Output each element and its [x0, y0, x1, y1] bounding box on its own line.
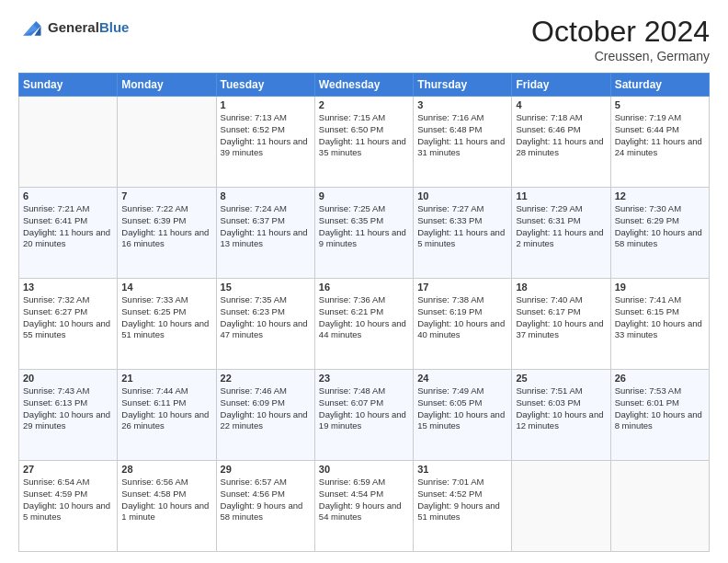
- sunset-time: 6:27 PM: [55, 306, 87, 316]
- daylight-label: Daylight: 11 hours and 39 minutes: [221, 136, 308, 158]
- sunset-time: 6:01 PM: [647, 397, 679, 408]
- sunrise-time: 7:40 AM: [551, 294, 583, 304]
- calendar-cell: 2 Sunrise: 7:15 AM Sunset: 6:50 PM Dayli…: [314, 97, 413, 188]
- day-number: 13: [23, 282, 113, 293]
- sunrise-time: 7:33 AM: [156, 294, 188, 304]
- day-number: 26: [615, 373, 705, 384]
- day-info: Sunrise: 7:29 AM Sunset: 6:31 PM Dayligh…: [516, 203, 606, 250]
- sunrise-label: Sunrise:: [121, 385, 156, 396]
- sunset-label: Sunset:: [319, 306, 351, 316]
- sunrise-time: 7:36 AM: [353, 294, 385, 304]
- sunset-label: Sunset:: [23, 215, 55, 225]
- calendar-cell: 6 Sunrise: 7:21 AM Sunset: 6:41 PM Dayli…: [19, 188, 118, 279]
- day-number: 29: [221, 464, 311, 475]
- calendar-cell: [512, 461, 610, 552]
- sunrise-time: 7:49 AM: [452, 385, 484, 396]
- daylight-label: Daylight: 11 hours and 20 minutes: [23, 227, 110, 249]
- sunrise-label: Sunrise:: [615, 294, 650, 304]
- day-number: 25: [516, 373, 606, 384]
- day-info: Sunrise: 7:15 AM Sunset: 6:50 PM Dayligh…: [319, 112, 409, 159]
- logo-text: GeneralBlue: [48, 20, 129, 36]
- calendar-cell: 18 Sunrise: 7:40 AM Sunset: 6:17 PM Dayl…: [512, 279, 610, 370]
- sunrise-time: 7:43 AM: [58, 385, 90, 396]
- sunset-time: 6:46 PM: [548, 124, 580, 134]
- daylight-label: Daylight: 10 hours and 1 minute: [121, 500, 209, 523]
- calendar-day-header: Saturday: [610, 74, 709, 97]
- sunrise-time: 7:27 AM: [452, 203, 484, 213]
- calendar-cell: 25 Sunrise: 7:51 AM Sunset: 6:03 PM Dayl…: [512, 370, 610, 461]
- calendar-day-header: Friday: [512, 74, 610, 97]
- day-info: Sunrise: 7:46 AM Sunset: 6:09 PM Dayligh…: [221, 385, 311, 432]
- sunrise-time: 7:30 AM: [649, 203, 681, 213]
- day-info: Sunrise: 7:18 AM Sunset: 6:46 PM Dayligh…: [516, 112, 606, 159]
- day-info: Sunrise: 7:13 AM Sunset: 6:52 PM Dayligh…: [221, 112, 311, 159]
- calendar-table: SundayMondayTuesdayWednesdayThursdayFrid…: [18, 73, 710, 552]
- day-number: 9: [319, 190, 409, 201]
- daylight-label: Daylight: 11 hours and 9 minutes: [319, 227, 406, 249]
- sunrise-time: 7:19 AM: [649, 112, 681, 122]
- day-info: Sunrise: 7:22 AM Sunset: 6:39 PM Dayligh…: [121, 203, 211, 250]
- calendar-cell: 19 Sunrise: 7:41 AM Sunset: 6:15 PM Dayl…: [610, 279, 709, 370]
- sunrise-time: 7:53 AM: [649, 385, 681, 396]
- day-number: 6: [23, 190, 113, 201]
- sunset-time: 6:31 PM: [548, 215, 580, 225]
- sunset-time: 6:11 PM: [154, 397, 186, 408]
- day-info: Sunrise: 7:36 AM Sunset: 6:21 PM Dayligh…: [319, 294, 409, 341]
- day-number: 17: [417, 282, 507, 293]
- daylight-label: Daylight: 10 hours and 12 minutes: [516, 409, 603, 431]
- sunset-label: Sunset:: [615, 124, 647, 134]
- sunrise-time: 6:54 AM: [58, 477, 90, 487]
- sunrise-time: 7:22 AM: [156, 203, 188, 213]
- sunrise-label: Sunrise:: [516, 112, 551, 122]
- day-number: 10: [417, 190, 507, 201]
- daylight-label: Daylight: 10 hours and 58 minutes: [615, 227, 702, 249]
- logo-general: General: [48, 19, 99, 35]
- sunrise-time: 7:18 AM: [551, 112, 583, 122]
- day-number: 14: [121, 282, 211, 293]
- sunset-label: Sunset:: [319, 215, 351, 225]
- sunrise-time: 7:46 AM: [255, 385, 287, 396]
- calendar-day-header: Tuesday: [216, 74, 314, 97]
- sunset-label: Sunset:: [516, 215, 548, 225]
- sunrise-label: Sunrise:: [417, 203, 452, 213]
- day-info: Sunrise: 7:01 AM Sunset: 4:52 PM Dayligh…: [417, 477, 507, 523]
- day-info: Sunrise: 7:41 AM Sunset: 6:15 PM Dayligh…: [615, 294, 705, 341]
- calendar-cell: 7 Sunrise: 7:22 AM Sunset: 6:39 PM Dayli…: [118, 188, 216, 279]
- day-number: 20: [23, 373, 113, 384]
- day-info: Sunrise: 7:21 AM Sunset: 6:41 PM Dayligh…: [23, 203, 113, 250]
- calendar-header-row: SundayMondayTuesdayWednesdayThursdayFrid…: [19, 74, 710, 97]
- sunrise-time: 7:41 AM: [649, 294, 681, 304]
- day-info: Sunrise: 7:43 AM Sunset: 6:13 PM Dayligh…: [23, 385, 113, 432]
- day-number: 23: [319, 373, 409, 384]
- daylight-label: Daylight: 10 hours and 19 minutes: [319, 409, 406, 431]
- day-number: 12: [615, 190, 705, 201]
- sunset-label: Sunset:: [319, 397, 351, 408]
- calendar-week-row: 20 Sunrise: 7:43 AM Sunset: 6:13 PM Dayl…: [19, 370, 710, 461]
- daylight-label: Daylight: 10 hours and 29 minutes: [23, 409, 110, 431]
- day-info: Sunrise: 6:56 AM Sunset: 4:58 PM Dayligh…: [121, 477, 211, 523]
- sunset-time: 6:15 PM: [647, 306, 679, 316]
- day-info: Sunrise: 6:57 AM Sunset: 4:56 PM Dayligh…: [221, 477, 311, 523]
- calendar-week-row: 27 Sunrise: 6:54 AM Sunset: 4:59 PM Dayl…: [19, 461, 710, 552]
- day-info: Sunrise: 7:32 AM Sunset: 6:27 PM Dayligh…: [23, 294, 113, 341]
- calendar-cell: 24 Sunrise: 7:49 AM Sunset: 6:05 PM Dayl…: [414, 370, 512, 461]
- daylight-label: Daylight: 10 hours and 22 minutes: [221, 409, 308, 431]
- sunrise-label: Sunrise:: [23, 477, 58, 487]
- calendar-cell: 23 Sunrise: 7:48 AM Sunset: 6:07 PM Dayl…: [314, 370, 413, 461]
- sunrise-time: 7:24 AM: [255, 203, 287, 213]
- day-info: Sunrise: 7:25 AM Sunset: 6:35 PM Dayligh…: [319, 203, 409, 250]
- sunset-time: 6:03 PM: [548, 397, 580, 408]
- calendar-cell: 31 Sunrise: 7:01 AM Sunset: 4:52 PM Dayl…: [414, 461, 512, 552]
- day-number: 24: [417, 373, 507, 384]
- daylight-label: Daylight: 10 hours and 44 minutes: [319, 318, 406, 340]
- sunset-time: 6:17 PM: [548, 306, 580, 316]
- day-number: 21: [121, 373, 211, 384]
- logo-icon: [18, 15, 44, 40]
- sunrise-label: Sunrise:: [319, 385, 354, 396]
- day-number: 16: [319, 282, 409, 293]
- sunrise-label: Sunrise:: [319, 477, 354, 487]
- sunset-time: 6:41 PM: [55, 215, 87, 225]
- sunrise-time: 7:29 AM: [551, 203, 583, 213]
- daylight-label: Daylight: 10 hours and 26 minutes: [121, 409, 209, 431]
- sunrise-label: Sunrise:: [516, 203, 551, 213]
